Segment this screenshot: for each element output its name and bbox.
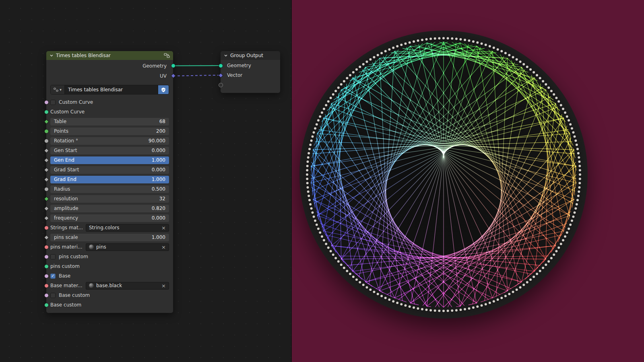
input-label: Geometry xyxy=(227,63,251,68)
field-label: Points xyxy=(54,128,68,134)
field-label: Gen End xyxy=(54,157,74,163)
output-label: Geometry xyxy=(142,63,167,69)
collapse-chevron-icon[interactable] xyxy=(50,53,54,58)
input-socket-geometry[interactable] xyxy=(219,64,223,68)
node-row-points: Points200 xyxy=(46,126,173,136)
checkbox-base[interactable]: ✓ xyxy=(50,274,56,279)
node-row-pins-scale: pins scale1.000 xyxy=(46,232,173,242)
number-field-frequency[interactable]: frequency0.000 xyxy=(50,214,169,222)
clear-icon[interactable]: × xyxy=(161,283,166,288)
checkbox-label: Custom Curve xyxy=(59,99,93,105)
input-socket-circle[interactable] xyxy=(44,110,49,114)
input-socket-circle[interactable] xyxy=(44,274,49,278)
material-field-pins-materi[interactable]: pins× xyxy=(86,243,169,251)
blender-window: Times tables Blendisar Geometry UV xyxy=(0,0,644,362)
output-socket-uv[interactable] xyxy=(171,73,176,78)
input-socket-circle[interactable] xyxy=(44,264,49,269)
collapse-chevron-icon[interactable] xyxy=(224,53,228,58)
material-name: pins xyxy=(96,244,106,250)
field-label: pins scale xyxy=(54,234,78,240)
field-label: frequency xyxy=(54,215,78,221)
number-field-radius[interactable]: Radius0.500 xyxy=(50,185,169,193)
node-row-rotation: Rotation °90.000 xyxy=(46,136,173,146)
field-label: Rotation ° xyxy=(54,138,78,144)
number-field-grad-end[interactable]: Grad End1.000 xyxy=(50,176,169,183)
number-field-amplitude[interactable]: amplitude0.820 xyxy=(50,205,169,212)
number-field-gen-end[interactable]: Gen End1.000 xyxy=(50,156,169,164)
node-row-custom-curve: Custom Curve xyxy=(46,107,173,117)
input-socket-circle[interactable] xyxy=(44,100,49,105)
material-field-strings-mat[interactable]: String.colors× xyxy=(86,224,169,232)
field-value: 0.820 xyxy=(152,206,165,211)
input-socket-circle[interactable] xyxy=(44,255,49,259)
shield-icon xyxy=(161,87,166,93)
input-socket-diamond[interactable] xyxy=(44,148,49,153)
input-socket-diamond[interactable] xyxy=(44,235,49,240)
input-socket-diamond[interactable] xyxy=(44,206,49,211)
input-socket-circle[interactable] xyxy=(44,293,49,298)
input-socket-circle[interactable] xyxy=(44,226,49,230)
nodetree-name-field[interactable]: Times tables Blendisar xyxy=(65,85,158,94)
number-field-rotation[interactable]: Rotation °90.000 xyxy=(50,137,169,145)
node-group-output[interactable]: Group Output Geometry Vector xyxy=(221,51,280,93)
material-field-base-mater[interactable]: base.black× xyxy=(86,282,169,290)
node-header[interactable]: Group Output xyxy=(221,51,280,60)
checkbox-custom-curve[interactable] xyxy=(50,100,56,105)
node-times-tables-blendisar[interactable]: Times tables Blendisar Geometry UV xyxy=(46,51,173,313)
number-field-points[interactable]: Points200 xyxy=(50,128,169,135)
input-socket-diamond[interactable] xyxy=(44,216,49,221)
input-socket-circle[interactable] xyxy=(44,303,49,307)
clear-icon[interactable]: × xyxy=(161,225,166,230)
number-field-grad-start[interactable]: Grad Start0.000 xyxy=(50,166,169,174)
viewport-render[interactable] xyxy=(292,0,644,362)
input-socket-diamond[interactable] xyxy=(44,177,49,182)
field-label: resolution xyxy=(54,196,78,202)
node-row-amplitude: amplitude0.820 xyxy=(46,204,173,213)
3d-viewport[interactable] xyxy=(291,0,644,362)
node-row-frequency: frequency0.000 xyxy=(46,213,173,223)
node-row-resolution: resolution32 xyxy=(46,194,173,204)
node-body: Geometry Vector xyxy=(221,60,280,93)
field-value: 68 xyxy=(159,119,165,124)
input-socket-diamond[interactable] xyxy=(44,167,49,173)
input-label: Vector xyxy=(227,72,242,78)
number-field-gen-start[interactable]: Gen Start0.000 xyxy=(50,147,169,154)
node-row-pins-custom: pins custom xyxy=(46,261,173,271)
input-socket-circle[interactable] xyxy=(44,129,49,134)
fake-user-button[interactable] xyxy=(158,85,169,94)
input-row-virtual xyxy=(221,80,280,90)
input-socket-diamond[interactable] xyxy=(44,119,49,124)
field-label: Grad Start xyxy=(54,167,79,173)
input-socket-diamond[interactable] xyxy=(44,196,49,202)
input-socket-circle[interactable] xyxy=(44,139,49,143)
number-field-pins-scale[interactable]: pins scale1.000 xyxy=(50,234,169,241)
clear-icon[interactable]: × xyxy=(161,245,166,250)
node-header[interactable]: Times tables Blendisar xyxy=(46,51,173,60)
geometry-node-editor[interactable]: Times tables Blendisar Geometry UV xyxy=(0,0,291,362)
node-row-table: Table68 xyxy=(46,117,173,126)
input-socket-circle[interactable] xyxy=(44,187,49,191)
node-row-custom-curve: Custom Curve xyxy=(46,97,173,107)
input-socket-diamond[interactable] xyxy=(44,158,49,163)
number-field-table[interactable]: Table68 xyxy=(50,118,169,125)
link-uv-vector[interactable] xyxy=(173,75,221,76)
field-value: 90.000 xyxy=(149,138,165,144)
input-socket-vector[interactable] xyxy=(218,73,223,78)
field-label: Gen Start xyxy=(54,148,77,153)
link-geometry[interactable] xyxy=(173,66,221,66)
field-value: 1.000 xyxy=(152,234,165,240)
field-value: 1.000 xyxy=(152,157,165,163)
node-input-rows: Custom CurveCustom CurveTable68Points200… xyxy=(46,97,173,310)
input-socket-circle[interactable] xyxy=(44,284,49,288)
node-title: Times tables Blendisar xyxy=(56,53,111,58)
number-field-resolution[interactable]: resolution32 xyxy=(50,195,169,203)
output-socket-geometry[interactable] xyxy=(171,64,175,68)
input-socket-circle[interactable] xyxy=(44,245,49,249)
checkbox-pins-custom[interactable] xyxy=(50,254,56,259)
virtual-socket[interactable] xyxy=(219,83,223,87)
nodetree-datablock-icon xyxy=(54,88,58,92)
node-body: Geometry UV ▾ Times tables Blend xyxy=(46,60,173,313)
datablock-menu-button[interactable]: ▾ xyxy=(51,85,65,94)
node-row-base-custom: Base custom xyxy=(46,290,173,300)
checkbox-base-custom[interactable] xyxy=(50,293,56,298)
